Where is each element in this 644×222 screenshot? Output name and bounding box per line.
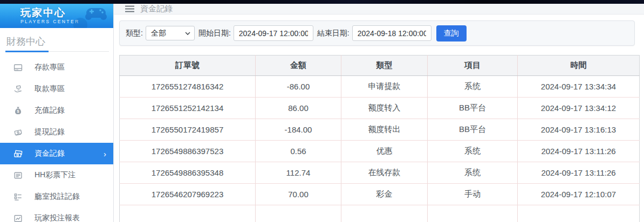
table-row: 1726549886395348112.74在线存款系统2024-09-17 1…	[120, 162, 640, 184]
table-cell	[428, 205, 518, 222]
page-title: 資金記錄	[140, 4, 173, 14]
table-cell: 额度转入	[341, 98, 428, 119]
search-button[interactable]: 查詢	[436, 25, 467, 41]
topbar: 資金記錄	[114, 4, 644, 15]
table-cell: -184.00	[256, 119, 341, 141]
app: 玩家中心 PLAYERS CENTER 財務中心	[0, 4, 644, 222]
sidebar: 玩家中心 PLAYERS CENTER 財務中心	[0, 4, 114, 222]
type-select[interactable]: 全部	[146, 26, 195, 40]
table-cell: 2024-09-17 13:11:26	[518, 141, 640, 162]
report-chart-icon	[13, 213, 23, 222]
table-cell: 额度转出	[341, 119, 428, 141]
type-select-value: 全部	[151, 29, 166, 38]
sidebar-item-funds-record[interactable]: 資金記錄 ›	[0, 143, 113, 164]
section-divider	[5, 50, 109, 52]
sidebar-item-recharge-record[interactable]: $ 充值記錄	[0, 100, 113, 121]
end-date-input[interactable]	[352, 25, 431, 41]
bet-record-list-icon	[13, 192, 23, 202]
table-row: 1726550172419857-184.00额度转出BB平台2024-09-1…	[120, 119, 640, 141]
table-cell	[341, 205, 428, 222]
sidebar-item-label: 廳室投註記錄	[35, 192, 80, 202]
table-cell: BB平台	[428, 119, 518, 141]
chevron-down-icon	[185, 32, 190, 35]
sidebar-item-label: 玩家投注報表	[35, 213, 80, 222]
table-body: 1726551274816342-86.00申请提款系统2024-09-17 1…	[120, 76, 640, 222]
table-cell: 2024-09-17 12:10:07	[518, 184, 640, 205]
sidebar-item-withdrawal-record[interactable]: 提現記錄	[0, 121, 113, 143]
sidebar-item-deposit-zone[interactable]: 存款專區	[0, 57, 113, 78]
table-cell: 手动	[428, 184, 518, 205]
table-cell: 1726550172419857	[120, 119, 256, 141]
start-date-label: 開始日期:	[198, 29, 231, 38]
table-cell: 2024-09-17 13:11:26	[518, 162, 640, 184]
table-cell: 1726546207969223	[120, 184, 256, 205]
sidebar-item-label: HH彩票下注	[35, 170, 76, 180]
sidebar-item-label: 資金記錄	[35, 149, 65, 158]
table-cell	[256, 205, 341, 222]
sidebar-item-label: 存款專區	[35, 63, 65, 72]
table-header: 訂單號 金額 類型 項目 時間	[120, 56, 640, 76]
type-label: 類型:	[126, 29, 143, 38]
table-cell: 0.56	[256, 141, 341, 162]
col-header-order-no: 訂單號	[120, 56, 256, 76]
table-cell: 在线存款	[341, 162, 428, 184]
table-cell: 2024-09-17 13:16:13	[518, 119, 640, 141]
chevron-right-icon: ›	[104, 149, 106, 158]
funds-record-icon	[13, 149, 23, 158]
hamburger-menu-icon[interactable]	[125, 5, 134, 12]
table-cell: 系统	[428, 76, 518, 98]
table-cell: 申请提款	[341, 76, 428, 98]
table-cell: 112.74	[256, 162, 341, 184]
table-cell: 70.00	[256, 184, 341, 205]
filter-bar: 類型: 全部 開始日期: 結束日期: 查詢	[119, 20, 635, 46]
sidebar-item-player-bet-report[interactable]: 玩家投注報表	[0, 207, 113, 222]
sidebar-item-hh-lottery-bets[interactable]: HH彩票下注	[0, 164, 113, 186]
table-cell: 1726551274816342	[120, 76, 256, 98]
sidebar-item-label: 取款專區	[35, 84, 65, 94]
content: 類型: 全部 開始日期: 結束日期: 查詢	[114, 15, 644, 222]
withdraw-hand-icon	[13, 84, 23, 94]
deposit-card-icon	[13, 63, 23, 72]
window-top-strip	[0, 0, 644, 4]
sidebar-item-label: 提現記錄	[35, 127, 65, 137]
table-cell: 系统	[428, 162, 518, 184]
banknote-icon	[13, 127, 23, 137]
sidebar-item-label: 充值記錄	[35, 106, 65, 115]
table-cell: 彩金	[341, 184, 428, 205]
table-cell	[120, 205, 256, 222]
svg-text:$: $	[17, 109, 19, 114]
table-row: 172654620796922370.00彩金手动2024-09-17 12:1…	[120, 184, 640, 205]
table-cell: BB平台	[428, 98, 518, 119]
sidebar-item-hall-bet-record[interactable]: 廳室投註記錄	[0, 186, 113, 207]
col-header-amount: 金額	[256, 56, 341, 76]
table-cell: 1726549886395348	[120, 162, 256, 184]
table-cell: 2024-09-17 13:34:34	[518, 76, 640, 98]
table-cell: 2024-09-17 13:34:12	[518, 98, 640, 119]
table-cell: 优惠	[341, 141, 428, 162]
table-row: 172655125214213486.00额度转入BB平台2024-09-17 …	[120, 98, 640, 119]
col-header-item: 項目	[428, 56, 518, 76]
table-cell: 系统	[428, 141, 518, 162]
col-header-time: 時間	[518, 56, 640, 76]
sidebar-section-title: 財務中心	[6, 34, 113, 48]
money-bag-icon: $	[13, 106, 23, 115]
table-row: 1726551274816342-86.00申请提款系统2024-09-17 1…	[120, 76, 640, 98]
table-cell: 1726551252142134	[120, 98, 256, 119]
col-header-type: 類型	[341, 56, 428, 76]
table-cell: 86.00	[256, 98, 341, 119]
table-cell	[518, 205, 640, 222]
funds-record-table: 訂單號 金額 類型 項目 時間 1726551274816342-86.00申请…	[119, 55, 640, 222]
start-date-input[interactable]	[234, 25, 313, 41]
table-row-partial	[120, 205, 640, 222]
lottery-list-icon	[13, 170, 23, 180]
table-row: 17265498863975230.56优惠系统2024-09-17 13:11…	[120, 141, 640, 162]
logo: 玩家中心 PLAYERS CENTER	[0, 4, 113, 28]
end-date-label: 結束日期:	[317, 29, 350, 38]
table-cell: -86.00	[256, 76, 341, 98]
sidebar-nav: 存款專區 取款專區 $	[0, 57, 113, 222]
sidebar-item-withdraw-zone[interactable]: 取款專區	[0, 78, 113, 100]
gamepad-icon	[84, 6, 108, 22]
table-cell: 1726549886397523	[120, 141, 256, 162]
main-area: 資金記錄 類型: 全部 開始日期: 結束日期: 查詢	[114, 4, 644, 222]
